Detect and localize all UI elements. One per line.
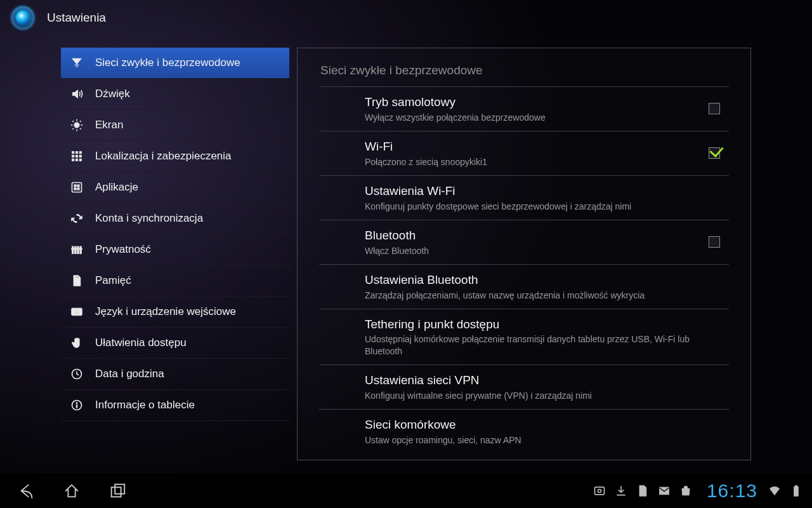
row-subtitle: Konfiguruj punkty dostępowe sieci bezprz… <box>365 201 691 212</box>
row-airplane-mode[interactable]: Tryb samolotowy Wyłącz wszystkie połącze… <box>319 86 729 131</box>
checkbox-airplane[interactable] <box>709 103 720 114</box>
svg-rect-11 <box>79 152 81 154</box>
sidebar-item-label: Prywatność <box>95 243 151 256</box>
row-title: Tryb samolotowy <box>365 95 691 110</box>
row-subtitle: Wyłącz wszystkie połączenia bezprzewodow… <box>365 112 691 123</box>
sidebar-item-label: Dźwięk <box>95 88 130 100</box>
sidebar-item-label: Informacje o tablecie <box>95 399 195 411</box>
svg-rect-25 <box>77 246 79 254</box>
row-title: Ustawienia sieci VPN <box>365 373 691 388</box>
svg-rect-18 <box>72 183 82 192</box>
svg-rect-41 <box>659 487 669 495</box>
checkbox-bluetooth[interactable] <box>709 236 720 248</box>
settings-panel: Sieci zwykłe i bezprzewodowe Tryb samolo… <box>297 48 751 460</box>
svg-rect-37 <box>112 487 121 497</box>
download-icon <box>614 484 628 498</box>
svg-rect-27 <box>72 248 82 250</box>
svg-rect-21 <box>74 188 76 190</box>
sidebar-item-label: Aplikacje <box>95 181 138 194</box>
row-subtitle: Zarządzaj połączeniami, ustaw nazwę urzą… <box>365 290 691 301</box>
grid-icon <box>70 149 84 163</box>
sidebar-item-language-input[interactable]: A Język i urządzenie wejściowe <box>61 297 289 328</box>
row-subtitle: Udostępniaj komórkowe połączenie transmi… <box>365 333 691 356</box>
svg-rect-43 <box>795 486 797 487</box>
svg-rect-26 <box>80 246 82 254</box>
sidebar-item-accounts-sync[interactable]: Konta i synchronizacja <box>61 203 289 234</box>
row-vpn-settings[interactable]: Ustawienia sieci VPN Konfiguruj wirtualn… <box>319 364 729 409</box>
row-subtitle: Konfiguruj wirtualne sieci prywatne (VPN… <box>365 390 691 401</box>
settings-sidebar: Sieci zwykłe i bezprzewodowe Dźwięk Ekra… <box>61 48 289 460</box>
svg-line-6 <box>80 128 81 130</box>
checkbox-wifi[interactable] <box>709 147 720 159</box>
brightness-icon <box>70 118 84 132</box>
fence-icon <box>70 243 84 257</box>
clock: 16:13 <box>707 480 757 502</box>
sdcard-status-icon <box>636 484 650 498</box>
row-bluetooth[interactable]: Bluetooth Włącz Bluetooth <box>319 220 729 264</box>
settings-list: Tryb samolotowy Wyłącz wszystkie połącze… <box>298 86 750 460</box>
svg-rect-23 <box>72 246 74 254</box>
sdcard-icon <box>70 274 84 288</box>
svg-rect-17 <box>79 159 81 161</box>
wifi-status-icon <box>768 484 782 498</box>
sync-icon <box>70 211 84 225</box>
svg-line-7 <box>72 128 74 130</box>
row-subtitle: Ustaw opcje roamingu, sieci, nazw APN <box>365 434 691 446</box>
back-button[interactable] <box>5 476 47 505</box>
svg-rect-39 <box>594 487 604 495</box>
row-wifi[interactable]: Wi-Fi Połączono z siecią snoopykiki1 <box>319 131 729 175</box>
sidebar-item-label: Pamięć <box>95 274 131 287</box>
svg-rect-24 <box>75 246 77 254</box>
sidebar-item-storage[interactable]: Pamięć <box>61 265 289 297</box>
svg-rect-20 <box>77 185 79 187</box>
sidebar-item-label: Język i urządzenie wejściowe <box>95 305 236 318</box>
sidebar-item-label: Data i godzina <box>95 368 164 380</box>
row-tethering[interactable]: Tethering i punkt dostępu Udostępniaj ko… <box>319 309 729 364</box>
svg-rect-36 <box>76 404 77 408</box>
sidebar-item-privacy[interactable]: Prywatność <box>61 234 289 265</box>
recent-apps-button[interactable] <box>96 476 138 505</box>
row-bluetooth-settings[interactable]: Ustawienia Bluetooth Zarządzaj połączeni… <box>319 264 729 309</box>
svg-rect-19 <box>74 185 76 187</box>
sidebar-item-location-security[interactable]: Lokalizacja i zabezpieczenia <box>61 141 289 172</box>
row-title: Ustawienia Bluetooth <box>365 272 691 288</box>
svg-rect-16 <box>75 159 77 161</box>
sidebar-item-label: Sieci zwykłe i bezprzewodowe <box>95 57 240 69</box>
svg-rect-42 <box>794 486 799 496</box>
hand-icon <box>70 336 84 350</box>
info-icon <box>70 398 84 412</box>
svg-text:A: A <box>75 309 79 315</box>
svg-rect-14 <box>79 155 81 157</box>
signal-bars-icon <box>70 56 84 70</box>
sidebar-item-apps[interactable]: Aplikacje <box>61 172 289 203</box>
row-title: Bluetooth <box>365 228 691 243</box>
svg-rect-22 <box>77 188 79 190</box>
clock-icon <box>70 367 84 381</box>
title-bar: Ustawienia <box>0 0 812 36</box>
row-wifi-settings[interactable]: Ustawienia Wi-Fi Konfiguruj punkty dostę… <box>319 175 729 220</box>
app-title: Ustawienia <box>47 11 106 25</box>
screenshot-icon <box>593 484 606 498</box>
sidebar-item-display[interactable]: Ekran <box>61 110 289 141</box>
sidebar-item-accessibility[interactable]: Ułatwienia dostępu <box>61 328 289 359</box>
sidebar-item-wireless[interactable]: Sieci zwykłe i bezprzewodowe <box>61 48 289 79</box>
sidebar-item-label: Konta i synchronizacja <box>95 212 203 225</box>
svg-rect-28 <box>75 276 76 278</box>
apps-icon <box>70 180 84 194</box>
market-icon <box>679 484 693 498</box>
sidebar-item-sound[interactable]: Dźwięk <box>61 79 289 110</box>
sidebar-item-datetime[interactable]: Data i godzina <box>61 359 289 390</box>
svg-rect-9 <box>72 152 74 154</box>
row-mobile-networks[interactable]: Sieci komórkowe Ustaw opcje roamingu, si… <box>319 409 729 453</box>
svg-rect-10 <box>75 152 77 154</box>
row-subtitle: Włącz Bluetooth <box>365 245 691 257</box>
home-button[interactable] <box>51 476 93 505</box>
row-title: Tethering i punkt dostępu <box>365 317 691 332</box>
status-tray[interactable]: 16:13 <box>593 480 803 502</box>
sidebar-item-about[interactable]: Informacje o tablecie <box>61 390 289 421</box>
svg-rect-15 <box>72 159 74 161</box>
svg-rect-12 <box>72 155 74 157</box>
svg-line-5 <box>72 121 74 122</box>
mail-icon <box>657 484 671 498</box>
svg-rect-13 <box>75 155 77 157</box>
